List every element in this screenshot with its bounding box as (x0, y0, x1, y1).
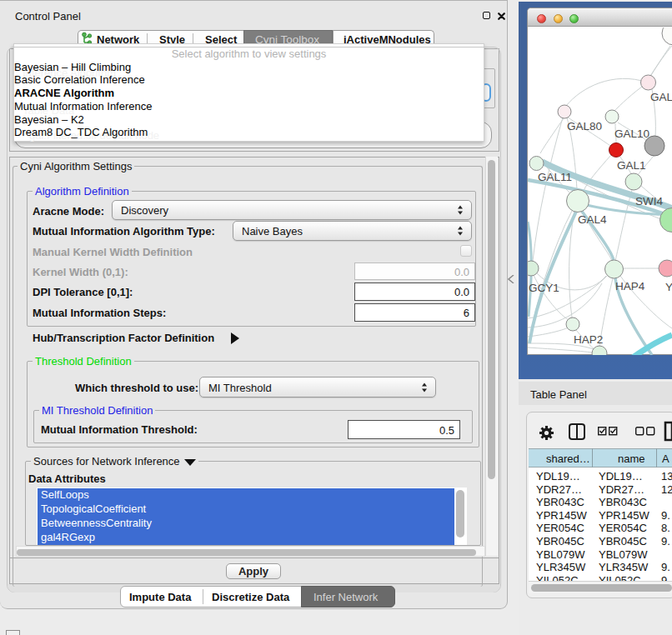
svg-text:GAL4: GAL4 (578, 213, 607, 226)
svg-text:GAL10: GAL10 (614, 128, 649, 140)
svg-text:HAP4: HAP4 (615, 280, 645, 292)
svg-text:GAL7: GAL7 (650, 91, 672, 103)
svg-text:Y: Y (665, 281, 672, 293)
svg-text:GCY1: GCY1 (529, 282, 559, 294)
svg-text:GAL1: GAL1 (617, 159, 646, 172)
svg-text:SWI4: SWI4 (635, 195, 663, 208)
svg-text:GAL80: GAL80 (567, 120, 602, 132)
svg-text:GAL11: GAL11 (538, 171, 572, 183)
svg-text:HAP2: HAP2 (574, 333, 603, 346)
